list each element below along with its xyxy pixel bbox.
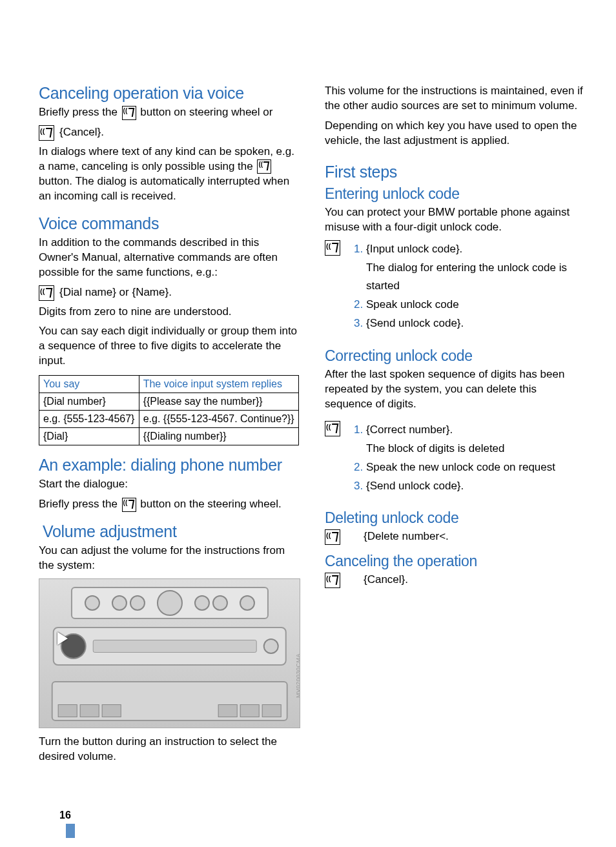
heading-voice-commands: Voice commands xyxy=(39,214,299,233)
cancel-command-text: {Cancel}. xyxy=(59,125,104,140)
entering-list-block: {Input unlock code}. The dialog for ente… xyxy=(325,240,585,340)
dashboard-illustration: MV020030CMA xyxy=(39,578,300,728)
heading-entering-code: Entering unlock code xyxy=(325,185,585,203)
delete-command-row: {Delete number<. xyxy=(325,529,585,545)
voice-para2: Digits from zero to nine are understood. xyxy=(39,305,299,320)
heading-correcting-code: Correcting unlock code xyxy=(325,347,585,365)
list-item: {Send unlock code}. xyxy=(366,314,585,333)
heading-example: An example: dialing phone number xyxy=(39,456,299,475)
image-code: MV020030CMA xyxy=(295,653,300,698)
list-item: Speak unlock code xyxy=(366,296,585,314)
intro-para2: Depending on which key you have used to … xyxy=(325,119,585,148)
cancel-command-row: {Cancel}. xyxy=(39,125,299,141)
correcting-list-block: {Correct number}. The block of digits is… xyxy=(325,421,585,502)
intro-para1: This volume for the instructions is main… xyxy=(325,84,585,114)
table-row: e.g. {555-123-4567} e.g. {{555-123-4567.… xyxy=(39,411,299,428)
heading-canceling: Canceling operation via voice xyxy=(39,84,299,103)
table-row: {Dial} {{Dialing number}} xyxy=(39,428,299,445)
correcting-para1: After the last spoken sequence of digits… xyxy=(325,367,585,412)
entering-ordered-list: {Input unlock code}. The dialog for ente… xyxy=(351,240,585,333)
cancelop-command-text: {Cancel}. xyxy=(345,573,408,587)
left-column: Canceling operation via voice Briefly pr… xyxy=(39,84,299,770)
voice-para3: You can say each digit individually or g… xyxy=(39,324,299,369)
heading-volume: Volume adjustment xyxy=(43,522,299,541)
table-row: {Dial number} {{Please say the number}} xyxy=(39,393,299,411)
right-column: This volume for the instructions is main… xyxy=(325,84,585,770)
example-para2: Briefly press the button on the steering… xyxy=(39,497,299,512)
correcting-ordered-list: {Correct number}. The block of digits is… xyxy=(351,421,585,496)
page-number: 16 xyxy=(59,810,71,821)
volume-para1: You can adjust the volume for the instru… xyxy=(39,544,299,573)
voice-button-icon xyxy=(122,106,136,120)
voice-icon xyxy=(325,573,340,588)
table-header-yousay: You say xyxy=(39,376,139,393)
page-tab-marker xyxy=(66,824,75,838)
voice-icon xyxy=(39,125,54,141)
voice-button-icon xyxy=(257,159,271,174)
voice-command-row: {Dial name} or {Name}. xyxy=(39,285,299,301)
table-header-replies: The voice input system replies xyxy=(139,376,298,393)
volume-arrow-indicator xyxy=(57,632,90,658)
delete-command-text: {Delete number<. xyxy=(345,529,449,544)
entering-para1: You can protect your BMW portable phone … xyxy=(325,205,585,235)
voice-icon xyxy=(325,529,340,545)
heading-first-steps: First steps xyxy=(325,163,585,181)
cancelop-command-row: {Cancel}. xyxy=(325,573,585,588)
example-para1: Start the dialogue: xyxy=(39,477,299,492)
voice-command-text: {Dial name} or {Name}. xyxy=(59,285,172,300)
voice-button-icon xyxy=(122,498,136,512)
list-item: {Send unlock code}. xyxy=(366,477,585,496)
voice-icon xyxy=(39,285,54,301)
volume-para2: Turn the button during an instruction to… xyxy=(39,735,299,764)
cancel-para2: In dialogs where text of any kind can be… xyxy=(39,145,299,204)
list-item: {Correct number}. The block of digits is… xyxy=(366,421,585,458)
voice-dialog-table: You say The voice input system replies {… xyxy=(39,375,299,445)
voice-icon xyxy=(325,240,340,256)
heading-deleting-code: Deleting unlock code xyxy=(325,509,585,527)
voice-icon xyxy=(325,421,340,436)
list-item: {Input unlock code}. The dialog for ente… xyxy=(366,240,585,296)
heading-canceling-operation: Canceling the operation xyxy=(325,553,585,570)
cancel-para1: Briefly press the button on steering whe… xyxy=(39,105,299,120)
list-item: Speak the new unlock code on request xyxy=(366,458,585,477)
voice-para1: In addition to the commands described in… xyxy=(39,236,299,280)
